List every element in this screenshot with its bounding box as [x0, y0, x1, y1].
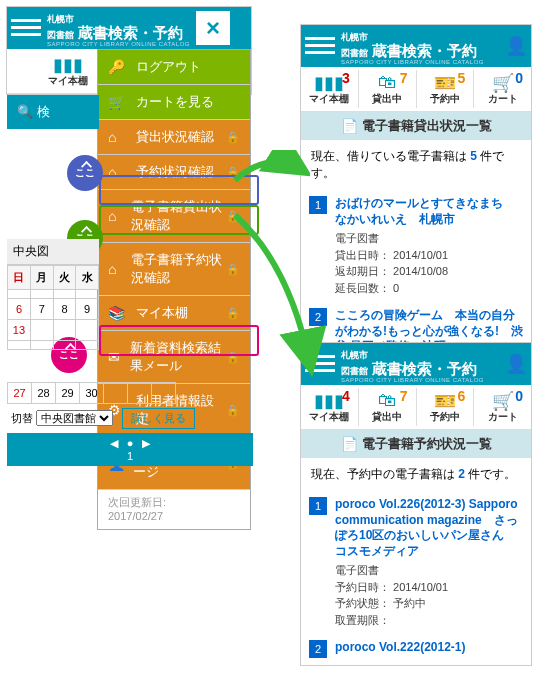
- item-title: おばけのマールとすてきなまち なかいれいえ 札幌市: [335, 196, 523, 227]
- doc-icon: 📄: [341, 436, 358, 452]
- shelf-icon: ▮▮▮: [314, 72, 344, 92]
- nav-shelf[interactable]: ▮▮▮3マイ本棚: [301, 70, 359, 108]
- section-title: 📄電子書籍貸出状況一覧: [301, 112, 531, 140]
- close-button[interactable]: ×: [196, 11, 230, 45]
- library-select[interactable]: 中央図書館: [36, 410, 113, 426]
- menu-myshelf[interactable]: 📚マイ本棚🔒: [98, 296, 250, 331]
- hamburger-icon[interactable]: [305, 353, 335, 375]
- house-icon: ⌂: [108, 261, 123, 277]
- brand-library: 図書館: [47, 30, 74, 40]
- nav-shelf[interactable]: ▮▮▮4マイ本棚: [301, 388, 359, 426]
- cart-icon: 🛒: [108, 94, 128, 110]
- item-title: poroco Vol.222(2012-1): [335, 640, 523, 656]
- calendar-table: 日月火水 6789 13: [7, 265, 99, 350]
- menu-newmail[interactable]: ✉新着資料検索結果メール🔒: [98, 331, 250, 384]
- mail-icon: ✉: [108, 349, 122, 365]
- person-icon[interactable]: 👤: [505, 353, 527, 375]
- house-icon: ⌂: [108, 164, 128, 180]
- brand-city: 札幌市: [47, 14, 74, 24]
- lock-icon: 🔒: [226, 351, 240, 364]
- shelf-icon: ▮▮▮: [53, 54, 83, 74]
- menu-next-update: 次回更新日:2017/02/27: [98, 490, 250, 529]
- lock-icon: 🔒: [226, 131, 240, 144]
- shelf-icon: ▮▮▮: [314, 390, 344, 410]
- nav-lend[interactable]: 🛍7貸出中: [359, 70, 417, 108]
- cart-icon: 🛒: [492, 72, 514, 92]
- brand-title: 蔵書検索・予約: [78, 24, 183, 41]
- nav-cart[interactable]: 🛒0カート: [474, 388, 531, 426]
- hamburger-icon[interactable]: [11, 17, 41, 39]
- menu-logout[interactable]: 🔑ログアウト: [98, 50, 250, 85]
- screen-menu: 札幌市 図書館 蔵書検索・予約 SAPPORO CITY LIBRARY ONL…: [6, 6, 252, 95]
- cart-icon: 🛒: [492, 390, 514, 410]
- brand-sub: SAPPORO CITY LIBRARY ONLINE CATALOG: [47, 41, 190, 47]
- bag-icon: 🛍: [378, 72, 396, 92]
- list-item[interactable]: 1 おばけのマールとすてきなまち なかいれいえ 札幌市 電子図書貸出日時： 20…: [301, 190, 531, 302]
- item-title: poroco Vol.226(2012-3) Sapporo communica…: [335, 497, 523, 559]
- item-number: 2: [309, 640, 327, 658]
- nav-lend[interactable]: 🛍7貸出中: [359, 388, 417, 426]
- ticket-icon: 🎫: [434, 390, 456, 410]
- list-item[interactable]: 1 poroco Vol.226(2012-3) Sapporo communi…: [301, 491, 531, 634]
- search-bar[interactable]: 🔍 検: [7, 95, 99, 129]
- logo: 札幌市 図書館 蔵書検索・予約 SAPPORO CITY LIBRARY ONL…: [47, 9, 190, 47]
- header: 札幌市 図書館 蔵書検索・予約 SAPPORO CITY LIBRARY ONL…: [301, 25, 531, 67]
- header: 札幌市 図書館 蔵書検索・予約 SAPPORO CITY LIBRARY ONL…: [301, 343, 531, 385]
- menu-ebook-lend[interactable]: ⌂電子書籍貸出状況確認🔒: [98, 190, 250, 243]
- nav-reserve[interactable]: 🎫6予約中: [417, 388, 475, 426]
- detail-button[interactable]: 詳しく見る: [122, 408, 195, 429]
- nav-cart[interactable]: 🛒0カート: [474, 70, 531, 108]
- item-number: 2: [309, 308, 327, 326]
- koko-badge-blue: ここ: [67, 155, 103, 191]
- item-meta: 電子図書貸出日時： 2014/10/01返却期日： 2014/10/08延長回数…: [335, 230, 523, 296]
- section-title: 📄電子書籍予約状況一覧: [301, 430, 531, 458]
- menu-lend-status[interactable]: ⌂貸出状況確認🔒: [98, 120, 250, 155]
- item-number: 1: [309, 196, 327, 214]
- notice: 現在、借りている電子書籍は 5 件です。: [301, 140, 531, 190]
- house-icon: ⌂: [108, 208, 123, 224]
- calendar-title: 中央図: [7, 239, 99, 265]
- menu-ebook-reserve[interactable]: ⌂電子書籍予約状況確認🔒: [98, 243, 250, 296]
- calendar-bottom: 27282930 切替 中央図書館 詳しく見る ◀ ● ▶1: [7, 382, 253, 466]
- nav-row: ▮▮▮4マイ本棚 🛍7貸出中 🎫6予約中 🛒0カート: [301, 385, 531, 430]
- calendar-partial: 中央図 日月火水 6789 13: [7, 239, 99, 350]
- lock-icon: 🔒: [226, 263, 240, 276]
- menu-reserve-status[interactable]: ⌂予約状況確認🔒: [98, 155, 250, 190]
- hamburger-icon[interactable]: [305, 35, 335, 57]
- menu-cart[interactable]: 🛒カートを見る: [98, 85, 250, 120]
- house-icon: ⌂: [108, 129, 128, 145]
- item-meta: 電子図書予約日時： 2014/10/01予約状態： 予約中取置期限：: [335, 562, 523, 628]
- logo: 札幌市 図書館 蔵書検索・予約 SAPPORO CITY LIBRARY ONL…: [341, 27, 484, 65]
- list-item[interactable]: 2 poroco Vol.222(2012-1): [301, 634, 531, 665]
- nav-reserve[interactable]: 🎫5予約中: [417, 70, 475, 108]
- bag-icon: 🛍: [378, 390, 396, 410]
- doc-icon: 📄: [341, 118, 358, 134]
- calendar-footer: 切替 中央図書館 詳しく見る: [7, 404, 253, 433]
- person-icon[interactable]: 👤: [505, 35, 527, 57]
- screen-reserve-list: 札幌市 図書館 蔵書検索・予約 SAPPORO CITY LIBRARY ONL…: [300, 342, 532, 666]
- pagination[interactable]: ◀ ● ▶1: [7, 433, 253, 466]
- lock-icon: 🔒: [226, 166, 240, 179]
- switch-label: 切替: [11, 412, 33, 424]
- item-number: 1: [309, 497, 327, 515]
- logo: 札幌市 図書館 蔵書検索・予約 SAPPORO CITY LIBRARY ONL…: [341, 345, 484, 383]
- ticket-icon: 🎫: [434, 72, 456, 92]
- notice: 現在、予約中の電子書籍は 2 件です。: [301, 458, 531, 491]
- book-icon: 📚: [108, 305, 128, 321]
- key-icon: 🔑: [108, 59, 128, 75]
- header: 札幌市 図書館 蔵書検索・予約 SAPPORO CITY LIBRARY ONL…: [7, 7, 251, 49]
- lock-icon: 🔒: [226, 210, 240, 223]
- lock-icon: 🔒: [226, 307, 240, 320]
- nav-row: ▮▮▮3マイ本棚 🛍7貸出中 🎫5予約中 🛒0カート: [301, 67, 531, 112]
